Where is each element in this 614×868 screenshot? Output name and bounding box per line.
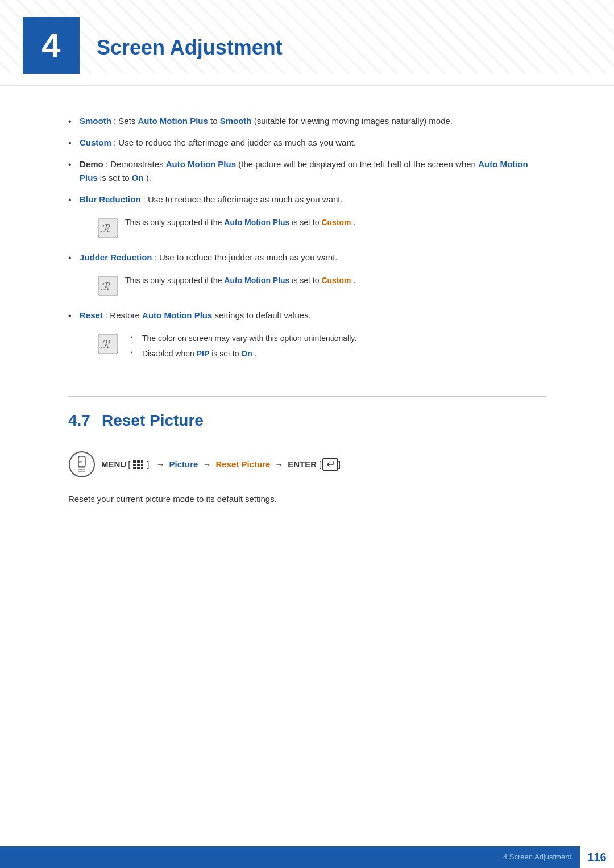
svg-rect-17 — [141, 460, 143, 463]
term-judder: Judder Reduction — [80, 252, 152, 262]
menu-path: m MENU [ ] → — [68, 451, 546, 478]
reset-sub-bullets: The color on screen may vary with this o… — [131, 333, 356, 360]
term-reset: Reset — [80, 310, 103, 320]
sub-bullet-item: Disabled when PIP is set to On . — [131, 348, 356, 360]
note-text-reset: The color on screen may vary with this o… — [125, 333, 356, 363]
smooth-text-2: to — [210, 116, 220, 126]
list-item: Smooth : Sets Auto Motion Plus to Smooth… — [68, 114, 546, 128]
svg-rect-19 — [137, 464, 140, 466]
custom-ref-1: Custom — [321, 218, 351, 227]
term-demo: Demo — [80, 159, 103, 169]
enter-icon — [322, 458, 338, 471]
auto-motion-plus-2: Auto Motion Plus — [166, 159, 236, 169]
menu-reset-picture: Reset Picture — [215, 458, 270, 471]
svg-point-9 — [69, 452, 94, 477]
svg-rect-21 — [133, 467, 136, 469]
pip-ref: PIP — [197, 349, 210, 358]
reset-text-2: settings to default values. — [215, 310, 311, 320]
svg-text:ℛ: ℛ — [101, 338, 111, 351]
note-judder-text-1: This is only supported if the — [125, 276, 224, 285]
smooth-text: : Sets — [114, 116, 138, 126]
section-47: 4.7 Reset Picture m MENU [ — [68, 396, 546, 506]
reset-note-2-text-3: . — [255, 349, 257, 358]
note-icon-blur: ℛ — [98, 218, 118, 238]
list-item: Blur Reduction : Use to reduce the after… — [68, 193, 546, 243]
note-judder-text-2: is set to — [292, 276, 321, 285]
auto-motion-plus-1: Auto Motion Plus — [138, 116, 208, 126]
note-text-judder: This is only supported if the Auto Motio… — [125, 275, 355, 286]
menu-label: MENU — [101, 458, 126, 471]
note-text-blur: This is only supported if the Auto Motio… — [125, 217, 355, 229]
note-box-reset: ℛ The color on screen may vary with this… — [91, 328, 546, 368]
svg-rect-23 — [141, 467, 143, 469]
note-box-blur: ℛ This is only supported if the Auto Mot… — [91, 212, 546, 243]
svg-rect-18 — [133, 464, 136, 466]
demo-text-4: ). — [146, 173, 151, 182]
svg-rect-20 — [141, 464, 143, 466]
list-item: Demo : Demonstrates Auto Motion Plus (th… — [68, 157, 546, 185]
reset-picture-description: Resets your current picture mode to its … — [68, 492, 546, 506]
term-custom: Custom — [80, 138, 111, 147]
note-icon-judder: ℛ — [98, 276, 118, 296]
blur-text: : Use to reduce the afterimage as much a… — [143, 194, 343, 204]
reset-note-2-text-1: Disabled when — [142, 349, 197, 358]
page-footer: 4 Screen Adjustment 116 — [0, 846, 614, 868]
grid-icon — [132, 460, 144, 469]
section-header-47: 4.7 Reset Picture — [68, 408, 546, 434]
chapter-number: 4 — [23, 17, 80, 74]
list-item: Reset : Restore Auto Motion Plus setting… — [68, 309, 546, 368]
sub-bullet-item: The color on screen may vary with this o… — [131, 333, 356, 344]
menu-bracket-open: [ — [128, 458, 130, 471]
auto-motion-plus-5: Auto Motion Plus — [224, 276, 289, 285]
svg-text:ℛ: ℛ — [101, 222, 111, 235]
svg-rect-22 — [137, 467, 140, 469]
list-item: Custom : Use to reduce the afterimage an… — [68, 136, 546, 149]
list-item: Judder Reduction : Use to reduce the jud… — [68, 251, 546, 301]
menu-bracket-close: ] — [147, 458, 149, 471]
note-judder-text-3: . — [353, 276, 355, 285]
judder-text: : Use to reduce the judder as much as yo… — [155, 252, 338, 262]
remote-icon: m — [68, 451, 96, 478]
page-number: 116 — [580, 846, 614, 868]
section-title-47: Reset Picture — [102, 408, 204, 434]
reset-note-2-text-2: is set to — [211, 349, 241, 358]
menu-arrow-2: → — [202, 458, 211, 471]
section-number-47: 4.7 — [68, 408, 90, 434]
term-smooth: Smooth — [80, 116, 111, 126]
smooth-ref: Smooth — [220, 116, 252, 126]
enter-bracket-close: ] — [338, 458, 341, 471]
menu-arrow-3: → — [275, 458, 283, 471]
note-blur-text-2: is set to — [292, 218, 321, 227]
demo-text-3: is set to — [100, 173, 132, 182]
note-blur-text-1: This is only supported if the — [125, 218, 224, 227]
enter-icon-bracket: [ — [319, 458, 321, 471]
chapter-title: Screen Adjustment — [97, 17, 283, 64]
menu-picture: Picture — [169, 458, 198, 471]
demo-text-1: : Demonstrates — [106, 159, 166, 169]
demo-text-2: (the picture will be displayed on the le… — [238, 159, 478, 169]
menu-arrow-1: → — [156, 458, 165, 471]
auto-motion-plus-6: Auto Motion Plus — [142, 310, 212, 320]
footer-text: 4 Screen Adjustment — [503, 852, 580, 863]
note-box-judder: ℛ This is only supported if the Auto Mot… — [91, 270, 546, 301]
menu-enter-label: ENTER — [288, 458, 317, 471]
svg-rect-15 — [133, 460, 136, 463]
bullet-list: Smooth : Sets Auto Motion Plus to Smooth… — [68, 114, 546, 368]
main-content: Smooth : Sets Auto Motion Plus to Smooth… — [0, 109, 614, 540]
smooth-text-3: (suitable for viewing moving images natu… — [254, 116, 453, 126]
custom-text: : Use to reduce the afterimage and judde… — [114, 138, 356, 147]
svg-text:m: m — [79, 460, 82, 464]
on-ref-2: On — [241, 349, 252, 358]
reset-text-1: : Restore — [105, 310, 142, 320]
note-icon-reset: ℛ — [98, 334, 118, 354]
term-blur: Blur Reduction — [80, 194, 141, 204]
auto-motion-plus-4: Auto Motion Plus — [224, 218, 289, 227]
note-blur-text-3: . — [353, 218, 355, 227]
custom-ref-2: Custom — [321, 276, 351, 285]
reset-note-1: The color on screen may vary with this o… — [142, 334, 356, 343]
on-ref-1: On — [132, 173, 144, 182]
svg-rect-16 — [137, 460, 140, 463]
svg-text:ℛ: ℛ — [101, 280, 111, 293]
